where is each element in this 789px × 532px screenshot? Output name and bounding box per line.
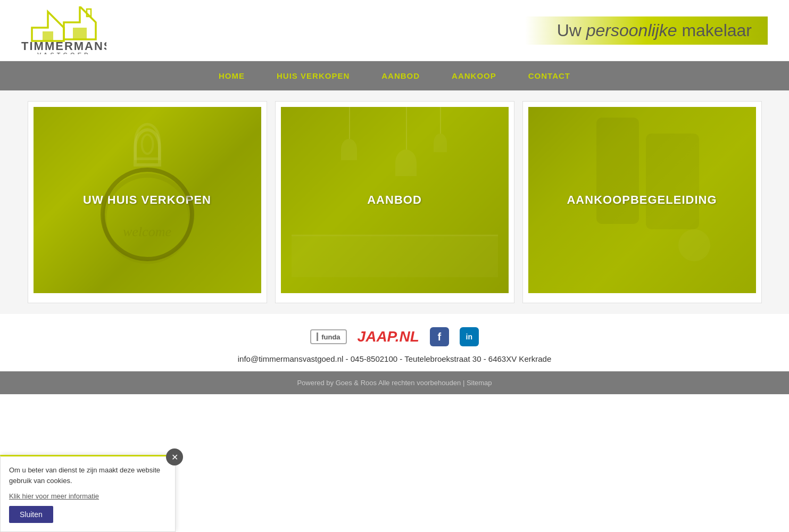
card-aankoop[interactable]: AANKOOPBEGELEIDING	[522, 101, 762, 303]
card-aanbod-image: AANBOD	[281, 107, 509, 293]
contact-city: 6463XV Kerkrade	[488, 354, 551, 363]
logo-area: TIMMERMANS VASTGOED	[21, 6, 106, 54]
contact-email: info@timmermansvastgoed.nl	[238, 354, 344, 363]
svg-text:VASTGOED: VASTGOED	[37, 52, 91, 54]
card-aankoop-image: AANKOOPBEGELEIDING	[528, 107, 756, 293]
contact-info: info@timmermansvastgoed.nl - 045-8502100…	[238, 354, 552, 363]
card-verkopen-overlay: UW HUIS VERKOPEN	[34, 107, 261, 293]
card-aanbod-title: AANBOD	[367, 193, 422, 207]
nav-contact[interactable]: CONTACT	[528, 71, 570, 80]
card-aankoop-title: AANKOOPBEGELEIDING	[567, 193, 717, 207]
svg-rect-3	[73, 28, 87, 39]
partner-logos: funda JAAP.NL f in	[310, 327, 479, 346]
card-aankoop-overlay: AANKOOPBEGELEIDING	[528, 107, 756, 293]
jaap-logo[interactable]: JAAP.NL	[358, 328, 419, 345]
contact-address: Teutelebroekstraat 30	[404, 354, 481, 363]
main-nav: HOME HUIS VERKOPEN AANBOD AANKOOP CONTAC…	[0, 61, 789, 90]
bottom-bar-text: Powered by Goes & Roos Alle rechten voor…	[297, 379, 492, 387]
nav-home[interactable]: HOME	[219, 71, 245, 80]
nav-aankoop[interactable]: AANKOOP	[452, 71, 496, 80]
funda-logo[interactable]: funda	[310, 329, 346, 344]
contact-phone: 045-8502100	[351, 354, 397, 363]
bottom-bar: Powered by Goes & Roos Alle rechten voor…	[0, 371, 789, 394]
linkedin-icon[interactable]: in	[460, 327, 479, 346]
facebook-icon[interactable]: f	[430, 327, 449, 346]
svg-text:TIMMERMANS: TIMMERMANS	[21, 39, 106, 53]
card-verkopen-title: UW HUIS VERKOPEN	[83, 193, 211, 207]
site-header: TIMMERMANS VASTGOED Uw persoonlijke make…	[0, 0, 789, 61]
nav-aanbod[interactable]: AANBOD	[381, 71, 420, 80]
tagline-text: Uw persoonlijke makelaar	[557, 21, 752, 40]
card-aanbod-overlay: AANBOD	[281, 107, 509, 293]
card-aanbod[interactable]: AANBOD	[275, 101, 514, 303]
cards-section: welcome UW HUIS VERKOPEN AANBOD	[0, 90, 789, 314]
tagline: Uw persoonlijke makelaar	[525, 16, 768, 45]
card-verkopen-image: welcome UW HUIS VERKOPEN	[34, 107, 261, 293]
nav-huis-verkopen[interactable]: HUIS VERKOPEN	[277, 71, 350, 80]
logo-icon: TIMMERMANS VASTGOED	[21, 6, 106, 54]
card-verkopen[interactable]: welcome UW HUIS VERKOPEN	[28, 101, 267, 303]
footer-links: funda JAAP.NL f in info@timmermansvastgo…	[0, 314, 789, 371]
